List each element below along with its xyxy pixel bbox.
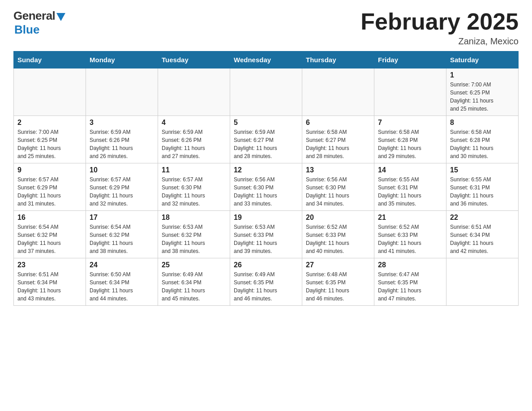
day-info: Sunrise: 6:53 AMSunset: 6:33 PMDaylight:… xyxy=(234,223,298,255)
day-cell: 26Sunrise: 6:49 AMSunset: 6:35 PMDayligh… xyxy=(230,258,302,306)
day-info: Sunrise: 6:58 AMSunset: 6:28 PMDaylight:… xyxy=(450,128,515,160)
calendar-week-row: 23Sunrise: 6:51 AMSunset: 6:34 PMDayligh… xyxy=(14,258,519,306)
day-header-thursday: Thursday xyxy=(302,51,374,68)
day-cell: 1Sunrise: 7:00 AMSunset: 6:25 PMDaylight… xyxy=(446,68,519,116)
calendar-table: SundayMondayTuesdayWednesdayThursdayFrid… xyxy=(13,51,519,306)
calendar-location: Zaniza, Mexico xyxy=(360,36,519,47)
day-number: 5 xyxy=(234,119,298,127)
day-number: 23 xyxy=(17,261,82,269)
day-number: 21 xyxy=(378,214,442,222)
day-info: Sunrise: 6:54 AMSunset: 6:32 PMDaylight:… xyxy=(17,223,82,255)
day-number: 20 xyxy=(306,214,370,222)
day-number: 17 xyxy=(90,214,154,222)
day-info: Sunrise: 6:58 AMSunset: 6:28 PMDaylight:… xyxy=(378,128,442,160)
day-cell: 11Sunrise: 6:57 AMSunset: 6:30 PMDayligh… xyxy=(158,163,230,211)
day-cell: 9Sunrise: 6:57 AMSunset: 6:29 PMDaylight… xyxy=(14,163,86,211)
day-info: Sunrise: 6:49 AMSunset: 6:35 PMDaylight:… xyxy=(234,270,298,303)
day-number: 3 xyxy=(90,119,154,127)
day-number: 4 xyxy=(162,119,226,127)
day-header-friday: Friday xyxy=(374,51,446,68)
day-info: Sunrise: 6:56 AMSunset: 6:30 PMDaylight:… xyxy=(234,176,298,208)
day-cell: 3Sunrise: 6:59 AMSunset: 6:26 PMDaylight… xyxy=(86,116,158,163)
day-number: 1 xyxy=(450,71,515,79)
day-info: Sunrise: 6:47 AMSunset: 6:35 PMDaylight:… xyxy=(378,270,442,303)
day-info: Sunrise: 6:55 AMSunset: 6:31 PMDaylight:… xyxy=(450,176,515,208)
day-cell: 15Sunrise: 6:55 AMSunset: 6:31 PMDayligh… xyxy=(446,163,519,211)
day-info: Sunrise: 6:57 AMSunset: 6:29 PMDaylight:… xyxy=(90,176,154,208)
day-number: 9 xyxy=(17,166,82,174)
day-cell: 16Sunrise: 6:54 AMSunset: 6:32 PMDayligh… xyxy=(14,211,86,258)
day-cell: 24Sunrise: 6:50 AMSunset: 6:34 PMDayligh… xyxy=(86,258,158,306)
day-number: 26 xyxy=(234,261,298,269)
day-info: Sunrise: 6:51 AMSunset: 6:34 PMDaylight:… xyxy=(450,223,515,255)
day-number: 22 xyxy=(450,214,515,222)
day-cell: 19Sunrise: 6:53 AMSunset: 6:33 PMDayligh… xyxy=(230,211,302,258)
day-number: 2 xyxy=(17,119,82,127)
day-cell: 14Sunrise: 6:55 AMSunset: 6:31 PMDayligh… xyxy=(374,163,446,211)
page-header: General Blue February 2025 Zaniza, Mexic… xyxy=(13,9,519,47)
day-cell: 17Sunrise: 6:54 AMSunset: 6:32 PMDayligh… xyxy=(86,211,158,258)
day-number: 24 xyxy=(90,261,154,269)
day-cell: 10Sunrise: 6:57 AMSunset: 6:29 PMDayligh… xyxy=(86,163,158,211)
logo-blue-text: Blue xyxy=(14,23,39,37)
title-section: February 2025 Zaniza, Mexico xyxy=(360,9,519,47)
day-cell: 8Sunrise: 6:58 AMSunset: 6:28 PMDaylight… xyxy=(446,116,519,163)
day-number: 13 xyxy=(306,166,370,174)
day-info: Sunrise: 6:57 AMSunset: 6:29 PMDaylight:… xyxy=(17,176,82,208)
empty-cell xyxy=(374,68,446,116)
day-info: Sunrise: 6:53 AMSunset: 6:32 PMDaylight:… xyxy=(162,223,226,255)
day-number: 8 xyxy=(450,119,515,127)
day-info: Sunrise: 6:54 AMSunset: 6:32 PMDaylight:… xyxy=(90,223,154,255)
logo-general-text: General xyxy=(13,9,55,23)
calendar-title: February 2025 xyxy=(360,9,519,34)
day-number: 6 xyxy=(306,119,370,127)
calendar-header-row: SundayMondayTuesdayWednesdayThursdayFrid… xyxy=(14,51,519,68)
empty-cell xyxy=(86,68,158,116)
logo-triangle-icon xyxy=(56,13,65,21)
day-number: 19 xyxy=(234,214,298,222)
day-info: Sunrise: 6:52 AMSunset: 6:33 PMDaylight:… xyxy=(306,223,370,255)
day-cell: 12Sunrise: 6:56 AMSunset: 6:30 PMDayligh… xyxy=(230,163,302,211)
day-cell: 6Sunrise: 6:58 AMSunset: 6:27 PMDaylight… xyxy=(302,116,374,163)
day-cell: 23Sunrise: 6:51 AMSunset: 6:34 PMDayligh… xyxy=(14,258,86,306)
empty-cell xyxy=(446,258,519,306)
day-cell: 13Sunrise: 6:56 AMSunset: 6:30 PMDayligh… xyxy=(302,163,374,211)
day-cell: 27Sunrise: 6:48 AMSunset: 6:35 PMDayligh… xyxy=(302,258,374,306)
day-info: Sunrise: 6:55 AMSunset: 6:31 PMDaylight:… xyxy=(378,176,442,208)
day-number: 15 xyxy=(450,166,515,174)
day-cell: 7Sunrise: 6:58 AMSunset: 6:28 PMDaylight… xyxy=(374,116,446,163)
calendar-week-row: 1Sunrise: 7:00 AMSunset: 6:25 PMDaylight… xyxy=(14,68,519,116)
day-number: 11 xyxy=(162,166,226,174)
day-cell: 25Sunrise: 6:49 AMSunset: 6:34 PMDayligh… xyxy=(158,258,230,306)
day-number: 18 xyxy=(162,214,226,222)
day-cell: 28Sunrise: 6:47 AMSunset: 6:35 PMDayligh… xyxy=(374,258,446,306)
day-cell: 21Sunrise: 6:52 AMSunset: 6:33 PMDayligh… xyxy=(374,211,446,258)
day-cell: 18Sunrise: 6:53 AMSunset: 6:32 PMDayligh… xyxy=(158,211,230,258)
day-cell: 20Sunrise: 6:52 AMSunset: 6:33 PMDayligh… xyxy=(302,211,374,258)
empty-cell xyxy=(230,68,302,116)
calendar-week-row: 16Sunrise: 6:54 AMSunset: 6:32 PMDayligh… xyxy=(14,211,519,258)
day-number: 27 xyxy=(306,261,370,269)
day-cell: 22Sunrise: 6:51 AMSunset: 6:34 PMDayligh… xyxy=(446,211,519,258)
day-number: 10 xyxy=(90,166,154,174)
day-cell: 5Sunrise: 6:59 AMSunset: 6:27 PMDaylight… xyxy=(230,116,302,163)
day-header-wednesday: Wednesday xyxy=(230,51,302,68)
empty-cell xyxy=(158,68,230,116)
day-info: Sunrise: 7:00 AMSunset: 6:25 PMDaylight:… xyxy=(17,128,82,160)
calendar-week-row: 2Sunrise: 7:00 AMSunset: 6:25 PMDaylight… xyxy=(14,116,519,163)
day-info: Sunrise: 6:52 AMSunset: 6:33 PMDaylight:… xyxy=(378,223,442,255)
day-number: 12 xyxy=(234,166,298,174)
day-info: Sunrise: 6:49 AMSunset: 6:34 PMDaylight:… xyxy=(162,270,226,303)
logo: General Blue xyxy=(13,9,65,37)
day-number: 16 xyxy=(17,214,82,222)
day-cell: 2Sunrise: 7:00 AMSunset: 6:25 PMDaylight… xyxy=(14,116,86,163)
day-info: Sunrise: 6:58 AMSunset: 6:27 PMDaylight:… xyxy=(306,128,370,160)
day-info: Sunrise: 6:57 AMSunset: 6:30 PMDaylight:… xyxy=(162,176,226,208)
day-info: Sunrise: 6:59 AMSunset: 6:26 PMDaylight:… xyxy=(162,128,226,160)
day-info: Sunrise: 6:51 AMSunset: 6:34 PMDaylight:… xyxy=(17,270,82,303)
day-info: Sunrise: 6:59 AMSunset: 6:27 PMDaylight:… xyxy=(234,128,298,160)
day-number: 28 xyxy=(378,261,442,269)
day-header-tuesday: Tuesday xyxy=(158,51,230,68)
day-info: Sunrise: 6:48 AMSunset: 6:35 PMDaylight:… xyxy=(306,270,370,303)
day-number: 14 xyxy=(378,166,442,174)
